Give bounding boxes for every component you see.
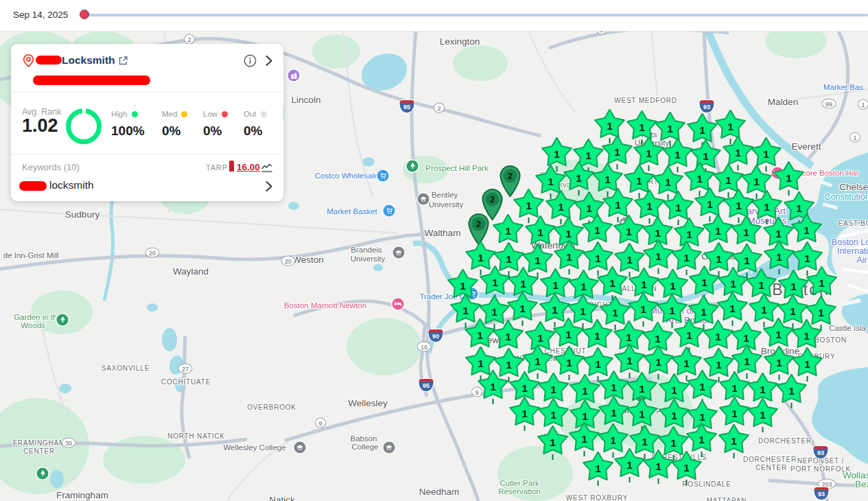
cart-poi-icon[interactable] <box>384 205 395 217</box>
svg-text:1: 1 <box>729 303 736 314</box>
route-shield: 99 <box>821 99 836 109</box>
rank-star-marker[interactable]: 1 <box>702 214 731 246</box>
map-label: Garden in the <box>14 313 62 321</box>
svg-text:1: 1 <box>715 225 721 237</box>
rank-star-marker[interactable]: 1 <box>688 266 718 298</box>
svg-text:1: 1 <box>610 434 616 446</box>
svg-text:1: 1 <box>788 385 795 397</box>
rank-star-marker[interactable]: 1 <box>596 266 626 299</box>
rank-star-marker[interactable]: 1 <box>702 320 731 352</box>
legend-low: Low 0% <box>203 110 228 139</box>
rank-star-marker[interactable]: 1 <box>563 161 592 194</box>
svg-text:1: 1 <box>626 459 633 471</box>
svg-text:1: 1 <box>671 384 677 396</box>
route-shield: 20 <box>145 248 159 258</box>
tarp-value[interactable]: 16.00 <box>237 162 260 172</box>
rank-star-marker[interactable]: 1 <box>773 161 802 194</box>
rank-star-marker[interactable]: 1 <box>763 240 793 272</box>
rank-star-marker[interactable]: 1 <box>508 397 538 429</box>
cart-poi-icon[interactable] <box>377 170 389 182</box>
rank-star-marker[interactable]: 1 <box>537 426 566 458</box>
svg-text:1: 1 <box>696 173 703 185</box>
rank-star-marker[interactable]: 1 <box>582 452 611 484</box>
external-link-icon[interactable] <box>118 56 128 66</box>
svg-text:1: 1 <box>505 225 511 237</box>
rank-star-marker[interactable]: 1 <box>552 318 582 350</box>
rank-star-marker[interactable]: 1 <box>627 292 657 325</box>
svg-text:1: 1 <box>701 277 707 288</box>
svg-text:1: 1 <box>521 382 528 394</box>
rank-star-marker[interactable]: 1 <box>464 318 493 351</box>
rank-star-marker[interactable]: 1 <box>747 398 776 430</box>
rank-star-marker[interactable]: 1 <box>762 318 792 350</box>
map-label: Bentley <box>432 191 458 199</box>
grad-poi-icon[interactable] <box>418 194 430 205</box>
svg-text:1: 1 <box>521 408 528 419</box>
map-label: Framingham <box>56 490 108 500</box>
card-divider <box>11 92 283 93</box>
svg-text:1: 1 <box>552 304 558 316</box>
keywords-label: Keywords (10) <box>22 162 80 172</box>
rank-star-marker[interactable]: 1 <box>568 422 598 454</box>
rank-star-marker[interactable]: 1 <box>477 370 506 402</box>
svg-text:1: 1 <box>760 409 766 421</box>
map-label: Constitution Be <box>825 192 868 202</box>
map-label: Prospect Hill Park <box>425 164 488 172</box>
map-label: EAST BO <box>838 220 868 227</box>
info-icon[interactable] <box>244 54 257 67</box>
rank-star-marker[interactable]: 1 <box>806 266 835 299</box>
tree-poi-icon[interactable] <box>407 161 419 172</box>
rank-star-marker[interactable]: 1 <box>524 215 554 248</box>
legend-high-label: High <box>111 110 128 118</box>
rank-donut <box>64 107 103 145</box>
rank-star-marker[interactable]: 1 <box>718 424 747 456</box>
svg-text:1: 1 <box>819 277 825 289</box>
rank-star-marker[interactable]: 1 <box>506 292 536 324</box>
rank-star-marker[interactable]: 1 <box>613 215 642 247</box>
map-label: de Inn-Grist Mill <box>3 251 59 259</box>
business-expand-chevron[interactable] <box>265 54 273 67</box>
svg-text:1: 1 <box>655 333 661 345</box>
map-label: Market Basket <box>327 207 377 215</box>
svg-text:1: 1 <box>535 255 541 266</box>
grad-poi-icon[interactable] <box>384 442 395 454</box>
rank-star-marker[interactable]: 1 <box>479 266 508 298</box>
rank-star-marker[interactable]: 1 <box>716 292 746 324</box>
map-label: Cutler Park <box>500 479 539 487</box>
trend-chart-icon[interactable] <box>261 163 273 173</box>
map-label: Chelsea <box>839 182 868 192</box>
svg-text:1: 1 <box>626 331 632 343</box>
grad-poi-icon[interactable] <box>393 247 405 259</box>
svg-text:1: 1 <box>665 176 671 188</box>
map-label: Needham <box>419 487 460 497</box>
tree-poi-icon[interactable] <box>57 314 69 326</box>
building-poi-icon[interactable] <box>288 70 300 82</box>
timeline-knob[interactable] <box>80 10 89 19</box>
rank-star-marker[interactable]: 1 <box>670 451 700 483</box>
map-label: Weston <box>292 255 324 265</box>
timeline-slider[interactable] <box>87 14 868 16</box>
grad-poi-icon[interactable] <box>294 442 306 454</box>
rank-star-marker[interactable]: 1 <box>642 240 672 272</box>
rank-star-marker[interactable]: 1 <box>686 370 716 402</box>
rank-star-marker[interactable]: 1 <box>581 213 611 246</box>
rank-star-marker[interactable]: 1 <box>553 240 583 272</box>
svg-text:1: 1 <box>675 149 681 161</box>
bed-poi-icon[interactable] <box>392 299 404 310</box>
rank-star-marker[interactable]: 1 <box>685 423 715 455</box>
rank-star-marker[interactable]: 1 <box>775 374 805 406</box>
tree-poi-icon[interactable] <box>37 468 49 480</box>
svg-text:1: 1 <box>550 436 556 448</box>
rank-star-marker[interactable]: 1 <box>673 318 703 351</box>
svg-text:1: 1 <box>505 331 511 342</box>
legend-med-dot <box>181 111 187 117</box>
business-card: Locksmith Avg. Rank 1.02 High 100% Med 0… <box>11 44 283 201</box>
avg-rank-value: 1.02 <box>22 115 58 137</box>
rank-star-marker[interactable]: 1 <box>613 448 643 480</box>
svg-text:1: 1 <box>764 201 770 213</box>
keyword-chevron[interactable] <box>265 180 273 193</box>
rank-star-marker[interactable]: 1 <box>642 450 672 482</box>
rank-star-marker[interactable]: 1 <box>581 319 611 351</box>
legend-med-label: Med <box>162 110 177 118</box>
business-name[interactable]: Locksmith <box>62 54 115 67</box>
